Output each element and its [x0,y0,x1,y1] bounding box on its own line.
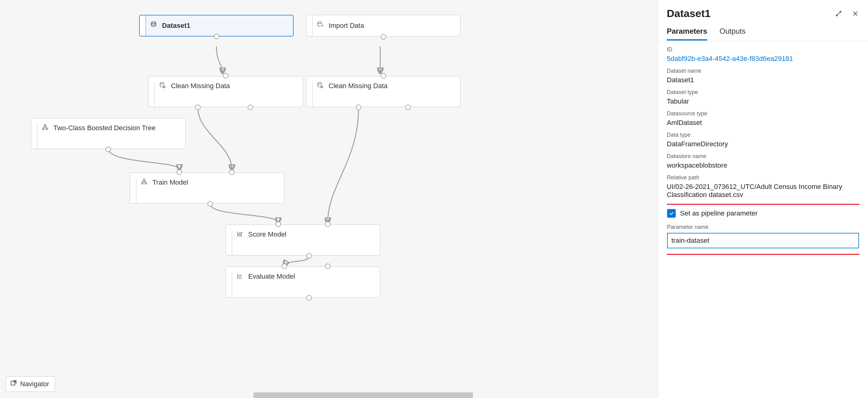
panel-tabs: Parameters Outputs [658,25,868,41]
prop-id: ID 5dabf92b-e3a4-4542-a43e-f83d6ea29181 [667,47,859,63]
checkbox-label: Set as pipeline parameter [680,209,757,217]
output-port-2[interactable] [248,104,253,110]
prop-label: Datasource type [667,111,859,117]
svg-rect-11 [145,183,147,184]
input-port-1[interactable] [275,221,281,227]
svg-point-1 [318,22,322,24]
prop-label: ID [667,47,859,53]
node-label: Train Model [152,178,188,186]
prop-value: Tabular [667,97,859,105]
navigator-icon [10,380,17,389]
node-handle[interactable] [130,178,136,203]
prop-label: Dataset name [667,68,859,74]
output-port[interactable] [105,147,111,152]
prop-relative-path: Relative path UI/02-26-2021_073612_UTC/A… [667,175,859,199]
node-label: Evaluate Model [248,272,295,280]
svg-point-15 [241,232,242,233]
properties-panel: Dataset1 Parameters Outputs ID 5dabf92b-… [658,0,868,398]
parameter-name-input[interactable] [667,233,859,248]
panel-body: ID 5dabf92b-e3a4-4542-a43e-f83d6ea29181 … [667,47,859,398]
chart-icon [236,272,244,281]
scatter-icon [236,231,244,239]
node-evaluate-model[interactable]: Evaluate Model [226,267,380,298]
node-two-class-tree[interactable]: Two-Class Boosted Decision Tree [31,118,185,149]
svg-point-13 [240,233,241,234]
input-port[interactable] [380,73,386,79]
prop-value-link[interactable]: 5dabf92b-e3a4-4542-a43e-f83d6ea29181 [667,55,859,63]
pipeline-canvas[interactable]: Dataset1 Import Data Clean Missing Data [0,0,658,398]
output-port[interactable] [306,253,312,258]
node-dataset1[interactable]: Dataset1 [139,15,294,36]
prop-value: workspaceblobstore [667,161,859,170]
prop-dataset-name: Dataset name Dataset1 [667,68,859,84]
horizontal-scrollbar[interactable] [253,392,473,398]
node-clean-missing-left[interactable]: Clean Missing Data [148,76,303,107]
navigator-button[interactable]: Navigator [6,376,55,392]
prop-label: Relative path [667,175,859,181]
expand-icon[interactable] [835,9,843,18]
prop-dataset-type: Dataset type Tabular [667,89,859,105]
node-import-data[interactable]: Import Data [306,15,461,36]
prop-label: Datastore name [667,153,859,160]
prop-value: Dataset1 [667,76,859,84]
prop-label: Data type [667,132,859,138]
svg-rect-7 [43,128,44,130]
tree-icon [41,124,49,133]
node-handle[interactable] [149,82,155,107]
input-port-1[interactable] [177,170,182,175]
output-port-2[interactable] [405,104,411,110]
node-label: Clean Missing Data [171,82,230,90]
panel-title: Dataset1 [667,7,711,20]
node-handle[interactable] [140,16,146,36]
output-port[interactable] [380,34,386,39]
prop-data-type: Data type DataFrameDirectory [667,132,859,148]
output-port[interactable] [214,34,219,39]
node-handle[interactable] [226,272,232,297]
node-label: Clean Missing Data [329,82,388,90]
database-icon [150,21,158,30]
node-label: Score Model [248,231,286,238]
node-handle[interactable] [31,124,37,149]
svg-rect-9 [143,179,145,181]
svg-rect-10 [142,183,144,184]
input-port-2[interactable] [229,170,235,175]
svg-point-4 [318,83,322,85]
navigator-label: Navigator [20,380,49,388]
prop-datastore-name: Datastore name workspaceblobstore [667,153,859,170]
svg-point-14 [241,234,241,235]
node-train-model[interactable]: Train Model [130,173,284,204]
svg-point-12 [238,234,239,235]
output-port-1[interactable] [195,104,200,110]
input-port-2[interactable] [325,221,331,227]
input-port-1[interactable] [282,264,287,269]
tab-parameters[interactable]: Parameters [667,25,707,40]
output-port[interactable] [306,295,312,301]
node-handle[interactable] [306,82,312,107]
input-port-2[interactable] [325,264,331,269]
input-port[interactable] [223,73,228,79]
prop-datasource-type: Datasource type AmlDataset [667,111,859,127]
set-as-pipeline-parameter-row[interactable]: Set as pipeline parameter [667,209,859,218]
checkbox-checked-icon[interactable] [667,209,676,218]
tab-outputs[interactable]: Outputs [720,25,746,40]
panel-header: Dataset1 [667,7,859,20]
node-handle[interactable] [306,15,312,36]
node-clean-missing-right[interactable]: Clean Missing Data [306,76,461,107]
train-icon [140,178,148,187]
node-label: Two-Class Boosted Decision Tree [54,124,155,132]
pipeline-parameter-section: Set as pipeline parameter Parameter name [667,204,859,255]
clean-data-icon [316,82,324,91]
database-import-icon [316,21,324,30]
svg-point-2 [160,83,164,85]
node-score-model[interactable]: Score Model [226,224,380,255]
clean-data-icon [159,82,166,91]
output-port[interactable] [208,201,213,207]
svg-rect-8 [46,128,48,130]
node-label: Dataset1 [162,22,190,30]
prop-label: Dataset type [667,89,859,96]
output-port-1[interactable] [356,104,361,110]
svg-point-0 [152,22,156,24]
close-icon[interactable] [851,9,859,18]
node-handle[interactable] [226,231,232,255]
prop-value: DataFrameDirectory [667,140,859,148]
